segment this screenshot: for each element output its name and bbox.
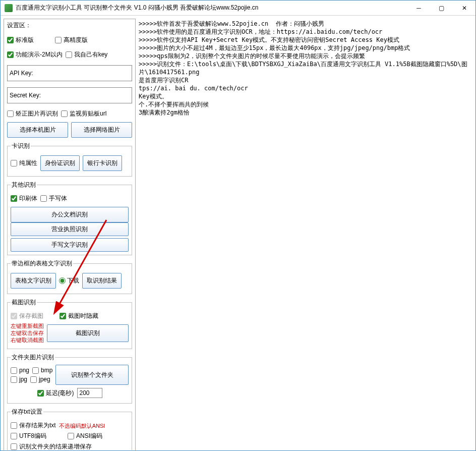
api-key-input[interactable] — [49, 69, 130, 78]
card-group-title: 卡识别 — [11, 142, 31, 150]
shot-recognize-button[interactable]: 截图识别 — [47, 324, 129, 342]
hand-checkbox[interactable]: 手写体 — [40, 194, 67, 203]
maximize-button[interactable]: ▢ — [430, 1, 453, 15]
minimize-button[interactable]: ─ — [407, 1, 430, 15]
txt-group: 保存txt设置 保存结果为txt 不选编码默认ANSI UTF8编码 ANSI编… — [7, 408, 132, 451]
own-key-label: 我自己有key — [74, 50, 108, 59]
handwrite-button[interactable]: 手写文字识别 — [11, 238, 129, 252]
delay-label: 延迟(毫秒) — [46, 389, 74, 398]
other-group: 其他识别 印刷体 手写体 办公文档识别 — [7, 181, 132, 255]
save-shot-label: 保存截图 — [19, 312, 43, 320]
print-label: 印刷体 — [19, 194, 37, 203]
license-button[interactable]: 营业执照识别 — [11, 222, 129, 236]
titlebar: 百度通用文字识别小工具 可识别整个文件夹 V1.0 闷骚小贱男 吾爱破解论坛ww… — [1, 1, 475, 16]
window-title: 百度通用文字识别小工具 可识别整个文件夹 V1.0 闷骚小贱男 吾爱破解论坛ww… — [16, 4, 407, 12]
folder-group-title: 文件夹图片识别 — [11, 353, 55, 362]
own-key-checkbox[interactable]: 我自己有key — [66, 50, 108, 59]
settings-label: 设置区： — [7, 21, 132, 30]
jpg-checkbox[interactable]: jpg — [11, 376, 27, 383]
shot-group-title: 截图识别 — [11, 298, 37, 307]
rerecognize-checkbox[interactable]: 矫正图片再识别 — [7, 109, 58, 118]
other-group-title: 其他识别 — [11, 181, 37, 189]
high-precision-label: 高精度版 — [64, 36, 88, 44]
shot-hints: 左键重新截图 左键双击保存 右键取消截图 — [11, 322, 44, 344]
bank-card-button[interactable]: 银行卡识别 — [83, 155, 122, 171]
high-precision-checkbox[interactable]: 高精度版 — [55, 36, 88, 44]
secret-key-field: Secret Key: — [7, 87, 132, 103]
hide-on-shot-checkbox[interactable]: 截图时隐藏 — [60, 312, 98, 320]
standard-label: 标准版 — [16, 36, 34, 44]
recognize-folder-button[interactable]: 识别整个文件夹 — [55, 365, 129, 385]
save-shot-checkbox: 保存截图 — [11, 312, 43, 320]
jpeg-checkbox[interactable]: jpeg — [30, 376, 50, 383]
hand-label: 手写体 — [49, 194, 67, 203]
hide-on-shot-label: 截图时隐藏 — [68, 312, 98, 320]
delay-input[interactable] — [77, 388, 102, 398]
close-button[interactable]: ✕ — [453, 1, 475, 15]
select-net-image-button[interactable]: 选择网络图片 — [71, 122, 132, 138]
secret-key-input[interactable] — [49, 91, 130, 100]
download-radio[interactable]: 下载 — [59, 276, 79, 285]
app-icon — [5, 4, 13, 12]
table-group: 带边框的表格文字识别 表格文字识别 下载 取识别结果 — [7, 259, 132, 294]
table-ocr-button[interactable]: 表格文字识别 — [11, 273, 56, 289]
utf8-checkbox[interactable]: UTF8编码 — [11, 432, 46, 440]
print-checkbox[interactable]: 印刷体 — [11, 194, 37, 203]
output-log[interactable]: >>>>>软件首发于吾爱破解论www.52pojie.cn 作者：闷骚小贱男 >… — [138, 19, 472, 451]
rerecognize-label: 矫正图片再识别 — [16, 109, 58, 118]
demo-2m-checkbox[interactable]: 功能演示-2M以内 — [7, 50, 63, 59]
standard-checkbox[interactable]: 标准版 — [7, 36, 34, 44]
no-encoding-hint: 不选编码默认ANSI — [59, 422, 105, 429]
delay-checkbox[interactable]: 延迟(毫秒) — [37, 389, 74, 398]
folder-group: 文件夹图片识别 png bmp jpg jpeg 识别整个文件夹 — [7, 353, 132, 404]
secret-key-label: Secret Key: — [10, 92, 47, 99]
settings-panel: 设置区： 标准版 高精度版 功能演示-2M以内 我自己有key AP — [4, 19, 136, 451]
shot-group: 截图识别 保存截图 截图时隐藏 左键重新截图 左键双击保存 右键取消截图 — [7, 298, 132, 349]
api-key-label: API Key: — [10, 70, 47, 77]
pure-attr-label: 纯属性 — [19, 159, 37, 167]
txt-group-title: 保存txt设置 — [11, 408, 43, 416]
card-group: 卡识别 纯属性 身份证识别 银行卡识别 — [7, 142, 132, 177]
download-label: 下载 — [67, 276, 79, 285]
bmp-checkbox[interactable]: bmp — [32, 367, 52, 374]
id-card-button[interactable]: 身份证识别 — [40, 155, 80, 171]
save-txt-checkbox[interactable]: 保存结果为txt — [11, 421, 56, 430]
append-checkbox[interactable]: 识别文件夹的结果递增保存 — [11, 442, 92, 451]
monitor-clip-checkbox[interactable]: 监视剪贴板url — [61, 109, 106, 118]
select-local-image-button[interactable]: 选择本机图片 — [7, 122, 68, 138]
table-group-title: 带边框的表格文字识别 — [11, 259, 73, 268]
ansi-checkbox[interactable]: ANSI编码 — [68, 432, 102, 440]
pure-attr-checkbox[interactable]: 纯属性 — [11, 159, 37, 167]
api-key-field: API Key: — [7, 65, 132, 81]
get-result-button[interactable]: 取识别结果 — [82, 273, 122, 289]
monitor-clip-label: 监视剪贴板url — [70, 109, 106, 118]
png-checkbox[interactable]: png — [11, 367, 29, 374]
office-doc-button[interactable]: 办公文档识别 — [11, 207, 129, 222]
demo-2m-label: 功能演示-2M以内 — [16, 50, 63, 59]
